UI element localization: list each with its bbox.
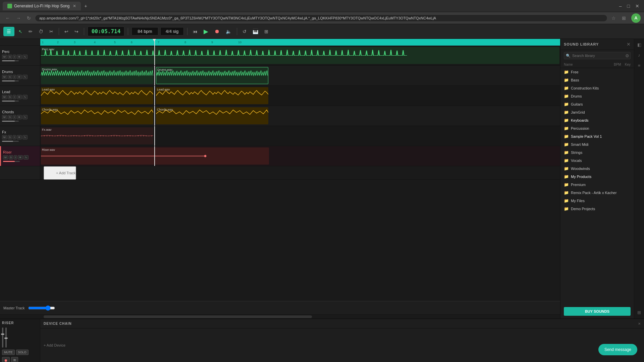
library-item-percussion[interactable]: 📁 Percussion <box>560 124 634 132</box>
library-item-construction-kits[interactable]: 📁 Construction Kits <box>560 84 634 92</box>
library-item-premium[interactable]: 📁 Premium <box>560 181 634 189</box>
perc-clip[interactable]: Perc.wav <box>41 47 559 64</box>
library-item-woodwinds[interactable]: 📁 Woodwinds <box>560 165 634 173</box>
fx-env-btn[interactable]: ∿ <box>22 135 28 139</box>
chords-mute-btn[interactable]: M <box>2 115 7 119</box>
chords-clip-2[interactable]: Chords.wav <box>156 107 268 124</box>
cursor-tool-btn[interactable]: ↖ <box>16 27 24 36</box>
fx-clip[interactable]: Fx.wav <box>41 127 153 144</box>
minimize-btn[interactable]: – <box>617 2 624 10</box>
maximize-btn[interactable]: □ <box>625 2 632 10</box>
track-content-fx[interactable]: Fx.wav <box>40 126 560 146</box>
library-item-remix-pack[interactable]: 📁 Remix Pack - Artik x Kacher <box>560 189 634 197</box>
bookmark-btn[interactable]: ☆ <box>609 15 618 21</box>
drums-volume-slider[interactable] <box>2 80 19 81</box>
skip-back-btn[interactable]: ⏮ <box>191 27 200 36</box>
riser-arm-btn[interactable]: I <box>14 155 17 160</box>
volume-btn[interactable]: 🔈 <box>224 27 233 36</box>
chords-volume-slider[interactable] <box>2 121 19 122</box>
redo-btn[interactable]: ↪ <box>72 27 80 36</box>
perc-volume-slider[interactable] <box>2 60 19 61</box>
fx-mute-btn[interactable]: M <box>2 135 7 139</box>
bpm-display[interactable]: 84 bpm <box>131 27 158 36</box>
mute-btn[interactable]: MUTE <box>2 350 15 355</box>
user-avatar[interactable]: A <box>631 13 641 23</box>
lead-clip-2[interactable]: Lead.wav <box>156 87 268 104</box>
library-item-bass[interactable]: 📁 Bass <box>560 76 634 84</box>
drums-clip-2[interactable]: Drums.wav <box>156 67 268 84</box>
tab-close-btn[interactable]: ✕ <box>73 4 76 8</box>
back-btn[interactable]: ← <box>3 15 12 21</box>
library-item-free[interactable]: 📁 Free <box>560 68 634 76</box>
chords-clip-1[interactable]: Chords.wav <box>41 107 153 124</box>
loop-btn[interactable]: ↺ <box>240 27 249 36</box>
fx-solo-btn[interactable]: S <box>8 135 12 139</box>
drums-solo-btn[interactable]: S <box>8 75 12 79</box>
device-chain-close-btn[interactable]: × <box>638 321 641 326</box>
loop-region[interactable] <box>40 39 560 46</box>
chords-solo-btn[interactable]: S <box>8 115 12 119</box>
library-item-my-files[interactable]: 📁 My Files <box>560 197 634 205</box>
midi-btn[interactable]: 🎹 <box>251 27 260 36</box>
active-tab[interactable]: Generated Lo-Fi Hip Hop Song ✕ <box>3 2 81 10</box>
chords-arm-btn[interactable]: I <box>13 115 16 119</box>
library-item-demo-projects[interactable]: 📁 Demo Projects <box>560 205 634 213</box>
time-display[interactable]: 00:05.714 <box>88 26 124 36</box>
chords-fx-btn[interactable]: ≋ <box>17 115 22 119</box>
drums-mute-btn[interactable]: M <box>2 75 7 79</box>
riser-chain-btn[interactable]: ≋ <box>18 155 23 160</box>
lead-clip-1[interactable]: Lead.wav <box>41 87 153 104</box>
perc-env-btn[interactable]: ∿ <box>22 55 28 59</box>
library-item-sample-pack[interactable]: 📁 Sample Pack Vol 1 <box>560 132 634 140</box>
track-content-riser[interactable]: Riser.wav <box>40 146 560 166</box>
drums-arm-btn[interactable]: I <box>13 75 16 79</box>
send-message-btn[interactable]: Send message <box>598 344 637 355</box>
chords-env-btn[interactable]: ∿ <box>22 115 28 119</box>
fx-arm-btn[interactable]: I <box>13 135 16 139</box>
library-item-jamgrid[interactable]: 📁 JamGrid <box>560 108 634 116</box>
add-track-btn[interactable]: + Add Track <box>44 166 76 180</box>
library-item-drums[interactable]: 📁 Drums <box>560 92 634 100</box>
lead-arm-btn[interactable]: I <box>13 95 16 99</box>
rec-bottom-btn[interactable]: ⏺ <box>2 357 10 362</box>
buy-sounds-btn[interactable]: BUY SOUNDS <box>564 307 631 316</box>
library-item-smart-midi[interactable]: 📁 Smart Midi <box>560 140 634 148</box>
library-item-guitars[interactable]: 📁 Guitars <box>560 100 634 108</box>
lead-volume-slider[interactable] <box>2 101 19 102</box>
play-btn[interactable]: ▶ <box>202 26 210 37</box>
track-content-perc[interactable]: Perc.wav <box>40 46 560 65</box>
solo-btn[interactable]: SOLO <box>16 350 29 355</box>
bottom-volume-fader[interactable] <box>2 327 3 348</box>
track-content-chords[interactable]: Chords.wav Chords.wav <box>40 106 560 126</box>
record-btn[interactable]: ⏺ <box>212 27 222 36</box>
track-content-drums[interactable]: Drums.wav Drums.wav <box>40 66 560 85</box>
fx-chain-btn[interactable]: ≋ <box>17 135 22 139</box>
track-content-lead[interactable]: Lead.wav Lead.wav <box>40 86 560 106</box>
cut-tool-btn[interactable]: ✂ <box>47 27 55 36</box>
menu-btn[interactable]: ☰ <box>3 27 14 36</box>
drums-clip-1[interactable]: Drums.wav <box>41 67 153 84</box>
lead-fx-btn[interactable]: ≋ <box>17 95 22 99</box>
grid-btn[interactable]: ⊞ <box>262 27 270 36</box>
library-item-strings[interactable]: 📁 Strings <box>560 148 634 157</box>
tool-1-btn[interactable]: ◧ <box>636 41 643 49</box>
close-btn[interactable]: ✕ <box>633 2 641 10</box>
tool-3-btn[interactable]: ≡ <box>637 62 642 69</box>
lead-env-btn[interactable]: ∿ <box>22 95 28 99</box>
riser-solo-btn[interactable]: S <box>9 155 13 160</box>
tool-2-btn[interactable]: ♪ <box>637 51 642 59</box>
library-item-vocals[interactable]: 📁 Vocals <box>560 157 634 165</box>
riser-mute-btn[interactable]: M <box>3 155 8 160</box>
lead-solo-btn[interactable]: S <box>8 95 12 99</box>
sig-display[interactable]: 4/4 sig <box>160 27 184 36</box>
tool-4-btn[interactable]: ⊞ <box>636 309 642 316</box>
library-search-input[interactable] <box>564 52 631 59</box>
add-device-btn[interactable]: + Add Device <box>44 343 65 347</box>
riser-clip[interactable]: Riser.wav <box>41 147 269 165</box>
drums-env-btn[interactable]: ∿ <box>22 75 28 79</box>
drums-fx-btn[interactable]: ≋ <box>17 75 22 79</box>
library-filter-btn[interactable]: ⚙ <box>625 53 629 58</box>
perc-fx-btn[interactable]: ≋ <box>17 55 22 59</box>
master-volume-slider[interactable] <box>28 305 55 311</box>
library-close-btn[interactable]: ✕ <box>627 42 631 47</box>
